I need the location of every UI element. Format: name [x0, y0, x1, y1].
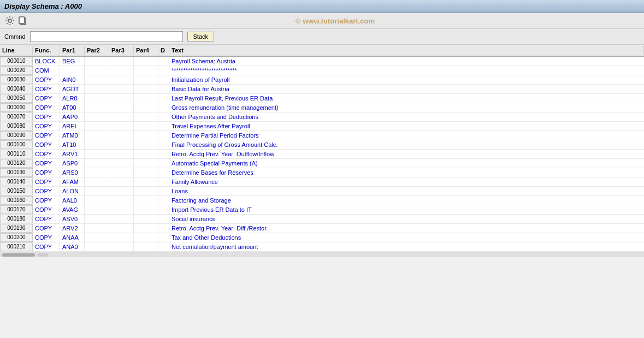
- cell-line: 000210: [0, 242, 33, 251]
- cell-text: Determine Partial Period Factors: [169, 131, 644, 140]
- cell-par1: ARV1: [60, 150, 85, 158]
- cell-par4: [134, 122, 158, 131]
- cell-par3: [109, 150, 134, 158]
- cell-text: Loans: [169, 187, 644, 195]
- cell-par3: [109, 242, 134, 251]
- cell-par3: [109, 131, 134, 140]
- cell-par2: [85, 112, 109, 121]
- cell-par4: [134, 224, 158, 233]
- table-row[interactable]: 000120COPYASP0Automatic Special Payments…: [0, 159, 644, 168]
- watermark: © www.tutorialkart.com: [31, 17, 640, 25]
- cell-par3: [109, 85, 134, 93]
- cell-d: [158, 57, 169, 66]
- svg-rect-2: [19, 17, 25, 23]
- cell-par1: AT10: [60, 140, 85, 149]
- settings-icon[interactable]: [4, 15, 15, 26]
- cell-text: Travel Expenses After Payroll: [169, 122, 644, 131]
- table-row[interactable]: 000070COPYAAP0Other Payments and Deducti…: [0, 112, 644, 122]
- cell-func: COPY: [33, 215, 60, 223]
- cell-d: [158, 205, 169, 214]
- table-row[interactable]: 000110COPYARV1Retro. Acctg Prev. Year: O…: [0, 150, 644, 159]
- table-row[interactable]: 000010BLOCKBEGPayroll Schema: Austria: [0, 57, 644, 66]
- table-row[interactable]: 000210COPYANA0Net cumulation/payment amo…: [0, 242, 644, 252]
- col-line: Line: [0, 46, 33, 55]
- command-input[interactable]: [30, 31, 183, 42]
- cell-par2: [85, 66, 109, 75]
- cell-par1: AGDT: [60, 85, 85, 93]
- cell-par2: [85, 224, 109, 233]
- cell-par4: [134, 242, 158, 251]
- cell-line: 000150: [0, 187, 33, 195]
- cell-par4: [134, 66, 158, 75]
- cell-d: [158, 150, 169, 158]
- cell-par2: [85, 242, 109, 251]
- cell-text: Social insurance: [169, 215, 644, 223]
- table-row[interactable]: 000170COPYAVAGImport Previous ER Data to…: [0, 205, 644, 215]
- cell-d: [158, 131, 169, 140]
- cell-d: [158, 224, 169, 233]
- cell-line: 000160: [0, 196, 33, 205]
- cell-d: [158, 233, 169, 242]
- cell-line: 000100: [0, 140, 33, 149]
- cell-d: [158, 215, 169, 223]
- command-bar: Cmmnd Stack: [0, 29, 644, 45]
- cell-text: Determine Bases for Reserves: [169, 168, 644, 177]
- table-row[interactable]: 000100COPYAT10Final Processing of Gross …: [0, 140, 644, 150]
- table-row[interactable]: 000140COPYAFAMFamily Allowance: [0, 177, 644, 187]
- table-row[interactable]: 000060COPYAT00Gross remuneration (time m…: [0, 103, 644, 112]
- cell-func: COPY: [33, 75, 60, 84]
- cell-text: Last Payroll Result, Previous ER Data: [169, 94, 644, 103]
- cell-par1: AIN0: [60, 75, 85, 84]
- table-row[interactable]: 000160COPYAAL0Factoring and Storage: [0, 196, 644, 205]
- cell-func: COPY: [33, 94, 60, 103]
- scrollbar-area[interactable]: [0, 252, 644, 257]
- stack-button[interactable]: Stack: [187, 32, 215, 41]
- col-func: Func.: [33, 46, 60, 55]
- table-row[interactable]: 000190COPYARV2Retro. Acctg Prev. Year: D…: [0, 224, 644, 233]
- cell-par2: [85, 94, 109, 103]
- cell-func: COPY: [33, 177, 60, 186]
- cell-line: 000170: [0, 205, 33, 214]
- cell-par2: [85, 177, 109, 186]
- cell-text: Family Allowance: [169, 177, 644, 186]
- cell-par4: [134, 75, 158, 84]
- copy-icon[interactable]: [17, 15, 28, 26]
- cell-par1: BEG: [60, 57, 85, 66]
- table-row[interactable]: 000030COPYAIN0Initialization of Payroll: [0, 75, 644, 85]
- table-row[interactable]: 000040COPYAGDTBasic Data for Austria: [0, 85, 644, 94]
- cell-d: [158, 103, 169, 112]
- col-par3: Par3: [109, 46, 134, 55]
- table-row[interactable]: 000200COPYANAATax and Other Deductions: [0, 233, 644, 242]
- table-row[interactable]: 000020COM****************************: [0, 66, 644, 75]
- cell-d: [158, 122, 169, 131]
- scrollbar-thumb[interactable]: [2, 253, 35, 257]
- cell-par2: [85, 215, 109, 223]
- table-row[interactable]: 000130COPYARS0Determine Bases for Reserv…: [0, 168, 644, 177]
- table-row[interactable]: 000050COPYALR0Last Payroll Result, Previ…: [0, 94, 644, 103]
- cell-line: 000060: [0, 103, 33, 112]
- cell-par1: ARS0: [60, 168, 85, 177]
- toolbar: © www.tutorialkart.com: [0, 13, 644, 29]
- cell-par1: AAL0: [60, 196, 85, 205]
- cell-text: Basic Data for Austria: [169, 85, 644, 93]
- table-row[interactable]: 000150COPYALONLoans: [0, 187, 644, 196]
- scrollbar-thumb2[interactable]: [37, 253, 48, 257]
- cell-text: Automatic Special Payments (A): [169, 159, 644, 168]
- cell-func: COPY: [33, 224, 60, 233]
- cell-par4: [134, 85, 158, 93]
- table-row[interactable]: 000090COPYATM0Determine Partial Period F…: [0, 131, 644, 140]
- table-row[interactable]: 000080COPYAREITravel Expenses After Payr…: [0, 122, 644, 131]
- cell-par3: [109, 66, 134, 75]
- cell-par3: [109, 177, 134, 186]
- table-row[interactable]: 000180COPYASV0Social insurance: [0, 215, 644, 224]
- cell-func: COPY: [33, 150, 60, 158]
- cell-par2: [85, 196, 109, 205]
- cell-func: COPY: [33, 131, 60, 140]
- table-body: 000010BLOCKBEGPayroll Schema: Austria000…: [0, 57, 644, 252]
- cell-text: Tax and Other Deductions: [169, 233, 644, 242]
- cell-par3: [109, 140, 134, 149]
- cell-par4: [134, 131, 158, 140]
- cell-func: COPY: [33, 242, 60, 251]
- cell-text: Other Payments and Deductions: [169, 112, 644, 121]
- cell-par4: [134, 103, 158, 112]
